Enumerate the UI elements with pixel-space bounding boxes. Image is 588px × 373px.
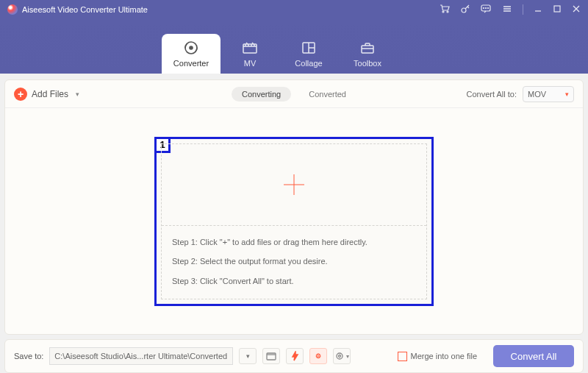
svg-point-4 <box>484 8 484 9</box>
merge-label: Merge into one file <box>411 352 478 360</box>
app-logo-icon <box>7 4 18 15</box>
key-icon[interactable] <box>461 4 470 15</box>
status-tabs: Converting Converted <box>232 87 356 102</box>
converter-icon <box>162 38 220 57</box>
dropzone-area: 1 Step 1: Click "+" to add files or drag… <box>5 108 583 334</box>
dropzone-inner: Step 1: Click "+" to add files or drag t… <box>161 143 427 299</box>
save-path-input[interactable]: C:\Aiseesoft Studio\Ais...rter Ultimate\… <box>49 347 233 365</box>
svg-rect-12 <box>362 46 373 53</box>
app-title: Aiseesoft Video Converter Ultimate <box>22 5 148 14</box>
save-to-label: Save to: <box>14 352 43 360</box>
add-files-button[interactable]: + Add Files ▾ <box>14 88 79 101</box>
add-files-label: Add Files <box>32 89 68 99</box>
subtab-converted[interactable]: Converted <box>298 87 356 102</box>
format-select[interactable]: MOV ▾ <box>523 86 574 102</box>
menu-icon[interactable] <box>502 4 512 15</box>
svg-point-1 <box>447 11 448 13</box>
step-text: Step 3: Click "Convert All" to start. <box>172 275 416 288</box>
dropzone[interactable]: 1 Step 1: Click "+" to add files or drag… <box>154 137 434 306</box>
svg-point-5 <box>486 8 487 9</box>
toolbar: + Add Files ▾ Converting Converted Conve… <box>5 80 583 108</box>
collage-icon <box>279 38 338 57</box>
tab-converter[interactable]: Converter <box>162 34 220 74</box>
chevron-down-icon: ▾ <box>565 90 569 98</box>
tab-mv[interactable]: MV <box>220 34 279 74</box>
tab-label: MV <box>244 59 257 68</box>
plus-icon: + <box>14 88 27 101</box>
svg-rect-7 <box>554 6 560 12</box>
tab-label: Converter <box>173 59 209 68</box>
gpu-button[interactable]: ⚙ <box>309 348 327 364</box>
mv-icon <box>220 38 279 57</box>
divider <box>523 4 523 15</box>
format-value: MOV <box>528 90 546 99</box>
plus-icon <box>284 174 304 195</box>
step-text: Step 2: Select the output format you des… <box>172 255 416 269</box>
convert-all-to: Convert All to: MOV ▾ <box>467 86 574 102</box>
cart-icon[interactable] <box>440 4 451 15</box>
convert-to-label: Convert All to: <box>467 90 517 99</box>
tab-label: Toolbox <box>354 59 381 68</box>
subtab-converting[interactable]: Converting <box>232 87 291 102</box>
boost-button[interactable] <box>286 348 304 364</box>
open-folder-button[interactable] <box>262 348 280 364</box>
window-controls <box>440 4 581 15</box>
svg-point-15 <box>338 355 340 358</box>
toolbox-icon <box>338 38 397 57</box>
svg-point-9 <box>190 46 193 49</box>
svg-point-6 <box>488 8 489 9</box>
svg-point-0 <box>442 11 444 13</box>
feedback-icon[interactable] <box>481 4 492 15</box>
main-tabs: Converter MV Collage Toolbox <box>162 34 397 74</box>
add-area[interactable] <box>162 144 426 226</box>
step-text: Step 1: Click "+" to add files or drag t… <box>172 236 416 249</box>
svg-point-14 <box>337 353 343 359</box>
merge-option[interactable]: Merge into one file <box>398 352 478 361</box>
path-dropdown[interactable]: ▾ <box>239 348 257 364</box>
main-panel: + Add Files ▾ Converting Converted Conve… <box>4 79 584 335</box>
maximize-icon[interactable] <box>553 4 562 15</box>
tab-label: Collage <box>295 59 322 68</box>
convert-all-button[interactable]: Convert All <box>493 345 574 367</box>
minimize-icon[interactable] <box>534 4 542 15</box>
titlebar: Aiseesoft Video Converter Ultimate <box>0 0 588 19</box>
footer: Save to: C:\Aiseesoft Studio\Ais...rter … <box>4 339 584 373</box>
chevron-down-icon: ▾ <box>76 90 79 98</box>
close-icon[interactable] <box>572 4 581 15</box>
settings-button[interactable]: ▾ <box>333 348 351 364</box>
header: Converter MV Collage Toolbox <box>0 19 588 74</box>
tab-collage[interactable]: Collage <box>279 34 338 74</box>
merge-checkbox[interactable] <box>398 352 407 361</box>
tab-toolbox[interactable]: Toolbox <box>338 34 397 74</box>
instructions: Step 1: Click "+" to add files or drag t… <box>162 226 426 299</box>
